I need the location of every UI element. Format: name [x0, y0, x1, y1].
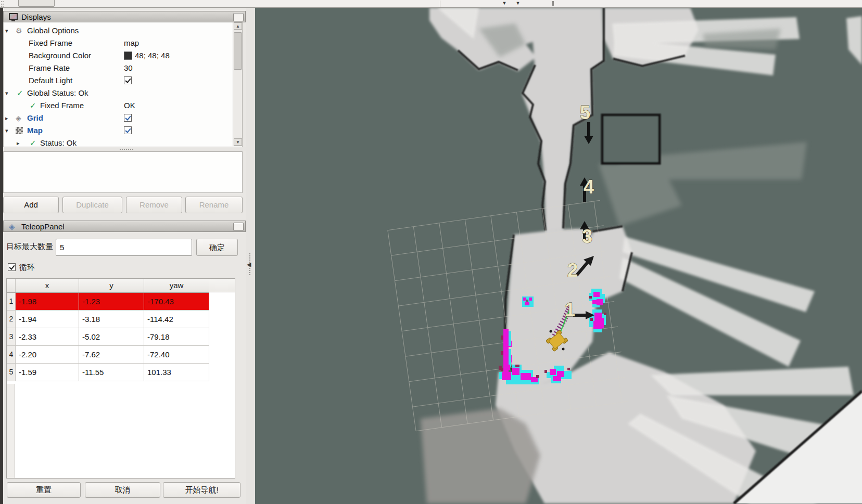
toolbar-separator	[440, 1, 440, 7]
toolbar: ▼ ▼	[0, 0, 862, 8]
displays-empty-area	[3, 151, 243, 193]
table-row[interactable]: 1 -1.98 -1.23 -170.43	[7, 292, 209, 310]
grid-checkbox[interactable]	[124, 114, 132, 122]
cancel-button[interactable]: 取消	[85, 482, 160, 498]
chevron-down-icon[interactable]: ▼	[501, 0, 508, 7]
chevron-down-icon[interactable]: ▾	[5, 124, 8, 137]
waypoint-table: x y yaw 1 -1.98 -1.23 -170.43 2 -1.94 -3…	[6, 278, 235, 479]
fixed-frame-value[interactable]: map	[124, 37, 139, 49]
status-ok-icon: ✓	[30, 137, 36, 147]
toolbar-drag-handle[interactable]	[1, 1, 4, 7]
table-row[interactable]: 5 -1.59 -11.55 101.33	[7, 363, 209, 381]
rviz-window: { "icons": { "triangle_down": "▾", "tria…	[0, 0, 862, 504]
chevron-right-icon[interactable]: ▸	[17, 137, 20, 147]
table-header-row: x y yaw	[7, 279, 209, 292]
horizontal-splitter[interactable]	[3, 147, 246, 151]
map-display-icon	[16, 127, 23, 134]
tree-label: Frame Rate	[29, 62, 70, 74]
displays-icon	[9, 13, 18, 20]
map-dot	[562, 348, 565, 351]
tree-label: Default Light	[29, 74, 72, 87]
dark-room	[602, 115, 660, 163]
chevron-right-icon[interactable]: ▸	[5, 112, 8, 124]
status-ok-icon: ✓	[30, 99, 36, 112]
scroll-up-icon[interactable]: ▲	[234, 22, 242, 30]
waypoint-label: 2	[567, 260, 578, 281]
add-button[interactable]: Add	[3, 197, 59, 213]
collapse-panel-icon[interactable]: ◀	[247, 261, 251, 268]
confirm-button[interactable]: 确定	[196, 239, 238, 256]
tree-label: Map	[27, 124, 43, 137]
map-dot	[550, 330, 552, 333]
toolbar-icon-fragment	[552, 1, 554, 6]
map-checkbox[interactable]	[124, 126, 132, 134]
table-row[interactable]: 3 -2.33 -5.02 -79.18	[7, 328, 209, 345]
duplicate-button[interactable]: Duplicate	[62, 197, 122, 213]
reset-button[interactable]: 重置	[7, 482, 81, 498]
map-viewport[interactable]: 1 2 3 4 5	[255, 8, 862, 504]
tree-row-global-status[interactable]: ▾ ✓ Global Status: Ok	[4, 87, 233, 99]
tree-row-default-light[interactable]: Default Light	[4, 74, 233, 87]
col-header-x[interactable]: x	[16, 279, 79, 292]
start-navigation-button[interactable]: 开始导航!	[163, 482, 240, 498]
float-panel-button[interactable]	[233, 223, 244, 231]
tree-row-fixed-frame-status[interactable]: ✓ Fixed Frame OK	[4, 99, 233, 112]
tree-row-grid[interactable]: ▸ ◈ Grid	[4, 112, 233, 124]
table-row[interactable]: 2 -1.94 -3.18 -114.42	[7, 310, 209, 328]
corner-header	[7, 279, 16, 292]
status-ok-icon: ✓	[17, 87, 23, 99]
col-header-yaw[interactable]: yaw	[144, 279, 209, 292]
teleop-panel-titlebar[interactable]: ◈ TeleopPanel	[3, 221, 246, 232]
scroll-down-icon[interactable]: ▼	[234, 138, 242, 146]
remove-button[interactable]: Remove	[126, 197, 182, 213]
status-value: OK	[124, 99, 135, 112]
chevron-down-icon[interactable]: ▾	[5, 24, 8, 37]
displays-panel-titlebar[interactable]: Displays	[3, 11, 246, 22]
obstacle-cluster	[501, 329, 512, 378]
col-header-y[interactable]: y	[79, 279, 144, 292]
toolbar-tool-button[interactable]	[18, 0, 55, 7]
displays-tree: ▾ ⚙ Global Options Fixed Frame map Backg…	[3, 22, 243, 147]
vertical-splitter[interactable]: ◀	[246, 8, 255, 504]
tree-row-map-status-partial[interactable]: ▸ ✓ Status: Ok	[4, 137, 233, 147]
waypoint-label: 3	[582, 226, 592, 247]
tree-label: Fixed Frame	[40, 99, 84, 112]
tree-label: Global Status: Ok	[27, 87, 88, 99]
table-row[interactable]: 4 -2.20 -7.62 -72.40	[7, 345, 209, 363]
unknown-fuzzy-area	[421, 408, 540, 503]
float-panel-button[interactable]	[233, 13, 244, 21]
tree-row-map[interactable]: ▾ Map	[4, 124, 233, 137]
panel-title: TeleopPanel	[21, 222, 65, 231]
background-color-value[interactable]: 48; 48; 48	[135, 49, 170, 62]
chevron-down-icon[interactable]: ▾	[5, 87, 8, 99]
tree-row-global-options[interactable]: ▾ ⚙ Global Options	[4, 24, 233, 37]
map-canvas[interactable]: 1 2 3 4 5	[255, 8, 862, 504]
max-targets-label: 目标最大数量	[6, 242, 53, 252]
scrollbar-thumb[interactable]	[234, 32, 242, 70]
tree-label: Background Color	[29, 49, 91, 62]
tree-scrollbar[interactable]: ▲ ▼	[233, 22, 242, 146]
rename-button[interactable]: Rename	[185, 197, 243, 213]
table-header-filler	[209, 279, 235, 292]
chevron-down-icon[interactable]: ▼	[514, 0, 522, 7]
default-light-checkbox[interactable]	[124, 76, 132, 84]
loop-checkbox[interactable]	[8, 263, 16, 271]
waypoint-label: 5	[580, 102, 590, 123]
max-targets-input[interactable]	[56, 239, 192, 256]
waypoint-label: 4	[584, 176, 594, 198]
frame-rate-value[interactable]: 30	[124, 62, 133, 74]
grid-display-icon: ◈	[16, 112, 21, 124]
tree-label: Fixed Frame	[29, 37, 72, 49]
loop-label: 循环	[19, 263, 35, 273]
tree-row-fixed-frame[interactable]: Fixed Frame map	[4, 37, 233, 49]
tree-row-frame-rate[interactable]: Frame Rate 30	[4, 62, 233, 74]
color-swatch[interactable]	[124, 51, 132, 60]
teleop-panel-icon: ◈	[9, 222, 15, 231]
row-number-column	[7, 384, 15, 479]
tree-label: Status: Ok	[40, 137, 77, 147]
tree-label: Grid	[27, 112, 43, 124]
waypoint-label: 1	[565, 299, 575, 320]
tree-row-background-color[interactable]: Background Color 48; 48; 48	[4, 49, 233, 62]
tree-label: Global Options	[27, 24, 79, 37]
obstacle-cluster	[522, 296, 534, 307]
